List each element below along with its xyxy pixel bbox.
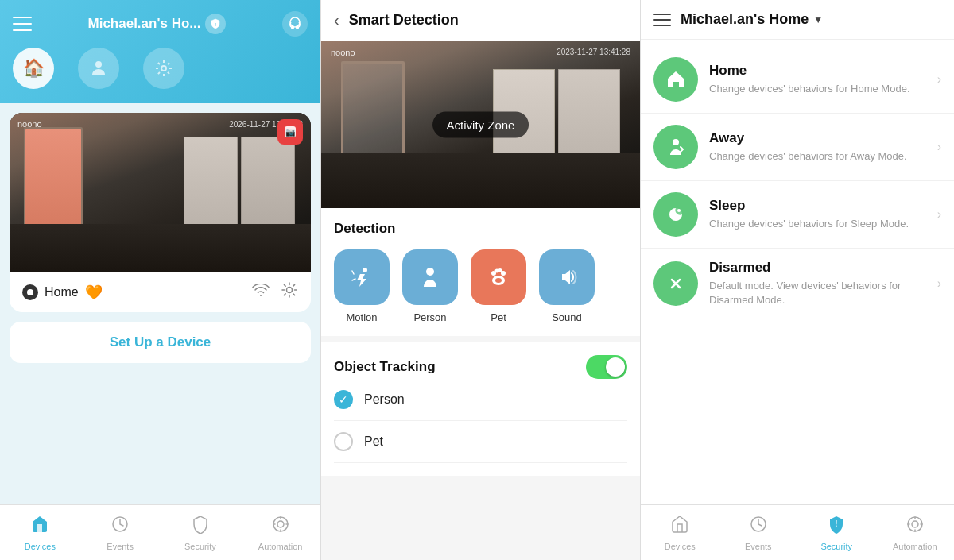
home-mode-name: Home [709,63,937,79]
setup-device-label[interactable]: Set Up a Device [110,334,211,350]
nav-label-devices: Devices [25,542,56,551]
right-nav-item-automation[interactable]: Automation [876,515,955,551]
activity-zone-badge: Activity Zone [432,112,529,138]
svg-point-1 [290,17,300,27]
camera-overlay: noono 2026-11-27 13:10:38 [10,119,311,129]
away-mode-name: Away [709,130,937,146]
right-events-nav-icon [749,515,768,539]
nav-item-events[interactable]: Events [80,515,161,551]
detection-item-pet[interactable]: Pet [471,249,526,323]
left-header-title: Michael.an's Ho... [88,16,201,32]
detection-item-person[interactable]: Person [402,249,458,323]
left-content: noono 2026-11-27 13:10:38 📷 Home 🧡 [0,103,320,504]
sleep-chevron-right: › [937,207,941,222]
detection-section: Detection Motion [321,208,640,336]
svg-point-8 [287,288,293,293]
fire-emoji: 🧡 [85,284,103,301]
pet-checkbox[interactable] [334,432,353,451]
mode-item-disarmed[interactable]: Disarmed Default mode. View devices' beh… [641,249,954,319]
sound-label: Sound [552,311,582,323]
middle-content: Detection Motion [321,208,640,560]
svg-point-4 [95,61,102,68]
pet-icon-btn[interactable] [471,249,526,305]
person-checkbox[interactable]: ✓ [334,390,353,409]
settings-nav-icon[interactable] [143,48,184,89]
sound-icon-btn[interactable] [539,249,595,305]
toggle-knob [606,357,625,377]
away-mode-desc: Change devices' behaviors for Away Mode. [709,149,937,164]
person-icon-btn[interactable] [402,249,458,305]
away-chevron-right: › [937,140,941,154]
svg-rect-3 [296,25,299,29]
left-header: Michael.an's Ho... ! 🏠 [0,0,320,103]
right-nav-item-devices[interactable]: Devices [641,515,719,551]
preview-overlay: noono 2023-11-27 13:41:28 [321,48,640,57]
checkmark-icon: ✓ [339,393,348,406]
sleep-mode-name: Sleep [709,198,937,214]
detection-section-title: Detection [334,221,627,237]
devices-nav-icon [30,515,49,539]
object-tracking-toggle[interactable] [586,355,627,379]
right-bottom-nav: Devices Events ! Security [641,504,954,560]
camera-preview: noono 2023-11-27 13:41:28 Activity Zone [321,41,640,208]
person-label: Person [413,311,446,323]
mode-item-sleep[interactable]: Sleep Change devices' behaviors for Slee… [641,181,954,249]
tracking-row: Object Tracking [334,355,627,379]
svg-point-5 [161,66,166,71]
mode-item-home[interactable]: Home Change devices' behaviors for Home … [641,46,954,114]
back-button[interactable]: ‹ [334,11,339,29]
nav-item-automation[interactable]: Automation [240,515,320,551]
camera-name: Home [45,285,79,299]
pet-checkbox-row[interactable]: Pet [334,421,627,463]
svg-text:!: ! [836,519,838,528]
camera-card[interactable]: noono 2026-11-27 13:10:38 📷 Home 🧡 [10,113,311,312]
home-nav-icon[interactable]: 🏠 [13,48,54,89]
motion-icon-btn[interactable] [334,249,390,305]
svg-point-18 [498,268,502,272]
right-header-title: Michael.an's Home [681,11,809,28]
person-nav-icon[interactable] [78,48,119,89]
right-nav-item-security[interactable]: ! Security [797,515,876,551]
right-nav-label-events: Events [745,542,772,551]
detection-item-sound[interactable]: Sound [539,249,595,323]
svg-text:📷: 📷 [285,127,296,137]
svg-text:!: ! [215,22,216,27]
right-devices-nav-icon [670,515,689,539]
headset-icon[interactable] [282,11,308,37]
left-bottom-nav: Devices Events Security [0,504,320,560]
right-nav-item-events[interactable]: Events [719,515,798,551]
person-checkbox-row[interactable]: ✓ Person [334,379,627,421]
shield-icon: ! [205,14,226,34]
gear-icon[interactable] [281,281,298,303]
detection-item-motion[interactable]: Motion [334,249,390,323]
middle-header: ‹ Smart Detection [321,0,640,41]
right-nav-label-automation: Automation [893,542,937,551]
person-checkbox-label: Person [364,392,405,407]
svg-rect-2 [291,25,294,29]
nav-item-security[interactable]: Security [161,515,241,551]
tracking-section: Object Tracking ✓ Person Pet [321,342,640,476]
detection-icons-row: Motion Person [334,249,627,323]
events-nav-icon [111,515,130,539]
camera-brand-label: noono [17,119,42,129]
tracking-label: Object Tracking [334,359,436,375]
away-mode-icon [653,125,698,169]
setup-device-card[interactable]: Set Up a Device [10,322,311,363]
svg-point-19 [495,278,502,283]
disarmed-mode-desc: Default mode. View devices' behaviors fo… [709,279,937,307]
right-hamburger-icon[interactable] [653,14,671,26]
nav-label-events: Events [107,542,134,551]
svg-point-27 [912,521,918,527]
svg-point-20 [673,139,679,145]
camera-bottom: Home 🧡 [10,272,311,312]
right-security-nav-icon: ! [827,515,846,539]
nav-item-devices[interactable]: Devices [0,515,80,551]
motion-label: Motion [346,311,377,323]
middle-title: Smart Detection [349,12,459,29]
hamburger-menu-icon[interactable] [13,17,32,31]
sleep-mode-desc: Change devices' behaviors for Sleep Mode… [709,217,937,231]
disarmed-mode-icon [653,261,698,306]
middle-panel: ‹ Smart Detection noono 2023-11-27 13:41… [320,0,641,560]
camera-feed: noono 2026-11-27 13:10:38 📷 [10,113,311,272]
mode-item-away[interactable]: Away Change devices' behaviors for Away … [641,114,954,181]
